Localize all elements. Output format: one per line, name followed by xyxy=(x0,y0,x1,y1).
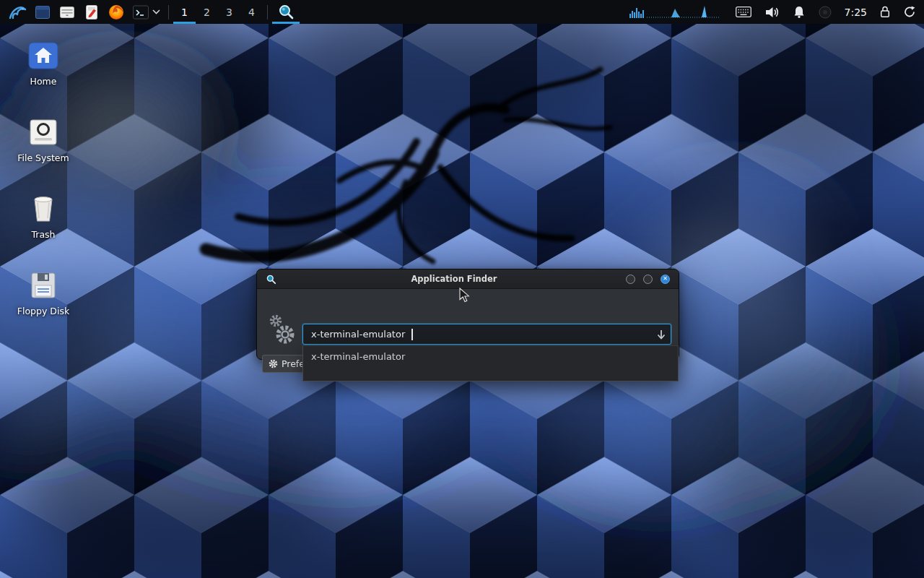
desktop-icon-label: Home xyxy=(30,76,57,87)
launcher-file-manager[interactable] xyxy=(55,0,79,24)
system-monitor-widget[interactable] xyxy=(626,0,725,24)
mouse-cursor xyxy=(459,288,471,303)
workspace-3[interactable]: 3 xyxy=(218,0,240,24)
gears-icon xyxy=(268,314,297,347)
desktop-icon-floppy-disk[interactable]: Floppy Disk xyxy=(7,267,79,344)
kali-menu-button[interactable] xyxy=(4,0,30,24)
launcher-window-app[interactable] xyxy=(30,0,55,24)
panel-separator xyxy=(267,5,268,20)
launcher-terminal[interactable] xyxy=(128,0,164,24)
keyboard-layout-button[interactable] xyxy=(732,0,755,24)
kali-menu-icon xyxy=(8,3,27,22)
completion-item[interactable]: x-terminal-emulator xyxy=(303,346,678,366)
workspace-4[interactable]: 4 xyxy=(240,0,263,24)
gear-icon xyxy=(269,359,278,368)
workspace-switcher: 1 2 3 4 xyxy=(173,0,263,24)
window-app-icon xyxy=(34,4,51,21)
floppy-disk-icon xyxy=(28,270,58,301)
search-input[interactable]: x-terminal-emulator xyxy=(302,324,671,345)
titlebar[interactable]: Application Finder ✕ xyxy=(257,269,679,289)
minimize-button[interactable] xyxy=(626,275,635,284)
firefox-icon xyxy=(108,4,125,21)
top-panel: 1 2 3 4 xyxy=(0,0,924,24)
maximize-button[interactable] xyxy=(643,275,653,284)
terminal-icon xyxy=(132,4,149,20)
desktop-icon-list: Home File System Trash xyxy=(7,38,79,344)
desktop-icon-home[interactable]: Home xyxy=(7,38,79,114)
session-refresh-icon xyxy=(904,6,916,18)
file-manager-icon xyxy=(58,4,76,21)
filesystem-drive-icon xyxy=(27,117,59,147)
screen-lock-icon xyxy=(880,6,890,18)
trash-icon xyxy=(29,194,58,224)
close-icon: ✕ xyxy=(663,276,668,282)
window-title: Application Finder xyxy=(282,274,626,284)
application-finder-window: Application Finder ✕ x-terminal-emulator xyxy=(256,269,679,360)
down-arrow-icon[interactable] xyxy=(656,329,666,340)
desktop-icon-label: Floppy Disk xyxy=(17,306,69,316)
volume-icon xyxy=(765,7,780,18)
completion-popup: x-terminal-emulator xyxy=(302,345,679,381)
desktop-icon-file-system[interactable]: File System xyxy=(7,114,79,191)
panel-separator xyxy=(168,5,169,20)
launcher-firefox[interactable] xyxy=(104,0,128,24)
workspace-1[interactable]: 1 xyxy=(173,0,196,24)
launcher-text-editor[interactable] xyxy=(79,0,104,24)
screen-lock-button[interactable] xyxy=(876,0,894,24)
volume-button[interactable] xyxy=(762,0,783,24)
text-caret xyxy=(411,329,413,340)
chevron-down-icon xyxy=(152,9,160,14)
close-button[interactable]: ✕ xyxy=(661,275,670,284)
app-finder-icon xyxy=(266,274,276,285)
status-tray-button[interactable] xyxy=(815,0,835,24)
notifications-bell-icon xyxy=(793,6,805,18)
desktop-icon-label: Trash xyxy=(31,229,55,240)
app-finder-icon xyxy=(277,3,295,21)
desktop-icon-label: File System xyxy=(17,152,69,163)
desktop-icon-trash[interactable]: Trash xyxy=(7,191,79,267)
desktop[interactable]: 1 2 3 4 xyxy=(0,0,924,578)
session-menu-button[interactable] xyxy=(900,0,920,24)
system-monitor-graph xyxy=(629,4,722,21)
clock[interactable]: 7:25 xyxy=(842,7,870,18)
home-folder-icon xyxy=(27,40,60,71)
notifications-button[interactable] xyxy=(790,0,808,24)
taskbar-app-finder-button[interactable] xyxy=(272,0,300,24)
keyboard-icon xyxy=(736,7,751,17)
status-circle-icon xyxy=(819,6,832,19)
text-editor-icon xyxy=(83,4,100,21)
workspace-2[interactable]: 2 xyxy=(196,0,218,24)
search-input-text: x-terminal-emulator xyxy=(311,329,405,340)
